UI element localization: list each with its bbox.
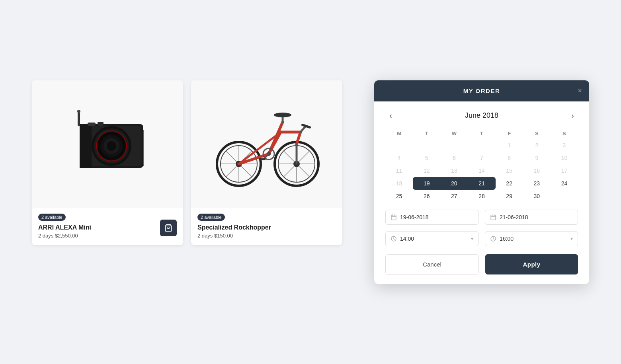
calendar-day xyxy=(413,139,440,152)
apply-button[interactable]: Apply xyxy=(485,254,578,274)
calendar-day[interactable]: 30 xyxy=(523,190,551,202)
chevron-end-icon: ▾ xyxy=(570,236,573,241)
calendar-end-icon xyxy=(490,214,496,220)
svg-line-36 xyxy=(299,166,310,177)
modal-title: MY ORDER xyxy=(463,88,500,94)
calendar-day[interactable]: 2 xyxy=(523,139,551,152)
calendar-day[interactable]: 22 xyxy=(496,177,523,190)
product-grid: 2 available ARRI ALEXA Mini 2 days $2,55… xyxy=(32,80,362,245)
calendar-day[interactable]: 10 xyxy=(551,152,578,164)
svg-line-24 xyxy=(226,151,236,162)
weekday-header: W xyxy=(440,128,468,139)
svg-line-35 xyxy=(283,151,294,162)
weekday-header: M xyxy=(385,128,413,139)
svg-line-27 xyxy=(226,166,236,177)
calendar-day[interactable]: 18 xyxy=(385,177,413,190)
product-card-camera: 2 available ARRI ALEXA Mini 2 days $2,55… xyxy=(32,80,183,245)
calendar-day[interactable]: 12 xyxy=(413,164,440,177)
calendar-day[interactable]: 20 xyxy=(440,177,468,190)
availability-badge-camera: 2 available xyxy=(38,214,66,221)
calendar-body: 1234567891011121314151617181920212223242… xyxy=(385,139,578,202)
next-month-button[interactable]: › xyxy=(567,109,578,122)
svg-line-46 xyxy=(301,126,306,132)
weekday-header: T xyxy=(468,128,495,139)
calendar-week-row: 252627282930 xyxy=(385,190,578,202)
svg-rect-54 xyxy=(391,215,396,220)
calendar-week-row: 11121314151617 xyxy=(385,164,578,177)
svg-line-25 xyxy=(241,166,252,177)
calendar-day[interactable]: 7 xyxy=(468,152,495,164)
modal-body: ‹ June 2018 › MTWTFSS 123456789101112131… xyxy=(374,101,589,284)
calendar-day xyxy=(385,139,413,152)
calendar-day xyxy=(551,190,578,202)
calendar-day[interactable]: 17 xyxy=(551,164,578,177)
svg-rect-12 xyxy=(88,123,96,126)
modal-header: MY ORDER × xyxy=(374,80,589,101)
calendar-day[interactable]: 28 xyxy=(468,190,495,202)
calendar-day[interactable]: 8 xyxy=(496,152,523,164)
start-time-select[interactable]: 14:00 ▾ xyxy=(385,231,478,246)
calendar-day[interactable]: 19 xyxy=(413,177,440,190)
clock-start-icon xyxy=(391,236,397,242)
calendar-day[interactable]: 15 xyxy=(496,164,523,177)
start-date-field[interactable]: 19-06-2018 xyxy=(385,210,478,225)
svg-rect-53 xyxy=(260,158,266,160)
calendar-day[interactable]: 25 xyxy=(385,190,413,202)
calendar-day[interactable]: 29 xyxy=(496,190,523,202)
calendar-day[interactable]: 26 xyxy=(413,190,440,202)
product-info-bike: 2 available Specialized Rockhopper 2 day… xyxy=(197,213,271,239)
time-fields-row: 14:00 ▾ 16:00 ▾ xyxy=(385,231,578,246)
end-time-select[interactable]: 16:00 ▾ xyxy=(485,231,578,246)
product-card-bike: 2 available Specialized Rockhopper 2 day… xyxy=(191,80,342,245)
availability-badge-bike: 2 available xyxy=(197,214,225,221)
weekday-header: S xyxy=(523,128,551,139)
order-modal: MY ORDER × ‹ June 2018 › MTWTFSS 1234567… xyxy=(374,80,589,284)
calendar-day[interactable]: 3 xyxy=(551,139,578,152)
calendar-week-row: 123 xyxy=(385,139,578,152)
product-price-bike: 2 days $150.00 xyxy=(197,233,271,239)
calendar-day[interactable]: 11 xyxy=(385,164,413,177)
clock-end-icon xyxy=(490,236,496,242)
calendar-day[interactable]: 4 xyxy=(385,152,413,164)
calendar-day[interactable]: 9 xyxy=(523,152,551,164)
calendar-day[interactable]: 13 xyxy=(440,164,468,177)
calendar-day[interactable]: 16 xyxy=(523,164,551,177)
calendar-month-label: June 2018 xyxy=(465,111,498,120)
end-date-field[interactable]: 21-06-2018 xyxy=(485,210,578,225)
calendar-day[interactable]: 6 xyxy=(440,152,468,164)
calendar-day[interactable]: 23 xyxy=(523,177,551,190)
calendar-day xyxy=(468,139,495,152)
start-time-value: 14:00 xyxy=(400,236,414,242)
add-to-cart-camera[interactable] xyxy=(160,220,177,236)
weekday-header: T xyxy=(413,128,440,139)
calendar-day[interactable]: 27 xyxy=(440,190,468,202)
modal-close-button[interactable]: × xyxy=(578,87,582,94)
svg-rect-9 xyxy=(80,124,92,168)
start-date-value: 19-06-2018 xyxy=(400,214,429,220)
chevron-start-icon: ▾ xyxy=(471,236,473,241)
calendar-weekdays-row: MTWTFSS xyxy=(385,128,578,139)
svg-line-47 xyxy=(303,125,310,127)
calendar-day[interactable]: 21 xyxy=(468,177,495,190)
calendar-start-icon xyxy=(391,214,397,220)
calendar-day xyxy=(440,139,468,152)
calendar-day[interactable]: 1 xyxy=(496,139,523,152)
product-card-body-camera: 2 available ARRI ALEXA Mini 2 days $2,55… xyxy=(32,208,183,245)
product-name-bike: Specialized Rockhopper xyxy=(197,224,271,231)
calendar-table: MTWTFSS 12345678910111213141516171819202… xyxy=(385,128,578,202)
camera-illustration xyxy=(56,100,159,188)
page-container: 2 available ARRI ALEXA Mini 2 days $2,55… xyxy=(32,80,589,284)
calendar-day[interactable]: 14 xyxy=(468,164,495,177)
calendar-week-row: 45678910 xyxy=(385,152,578,164)
cancel-button[interactable]: Cancel xyxy=(385,254,479,274)
svg-point-7 xyxy=(107,141,116,151)
end-date-value: 21-06-2018 xyxy=(500,214,528,220)
svg-rect-10 xyxy=(78,112,80,126)
svg-line-38 xyxy=(283,166,294,177)
prev-month-button[interactable]: ‹ xyxy=(385,109,396,122)
calendar-day[interactable]: 24 xyxy=(551,177,578,190)
calendar-week-row: 18192021222324 xyxy=(385,177,578,190)
product-name-camera: ARRI ALEXA Mini xyxy=(38,224,91,231)
calendar-day[interactable]: 5 xyxy=(413,152,440,164)
product-info-camera: 2 available ARRI ALEXA Mini 2 days $2,55… xyxy=(38,213,91,239)
